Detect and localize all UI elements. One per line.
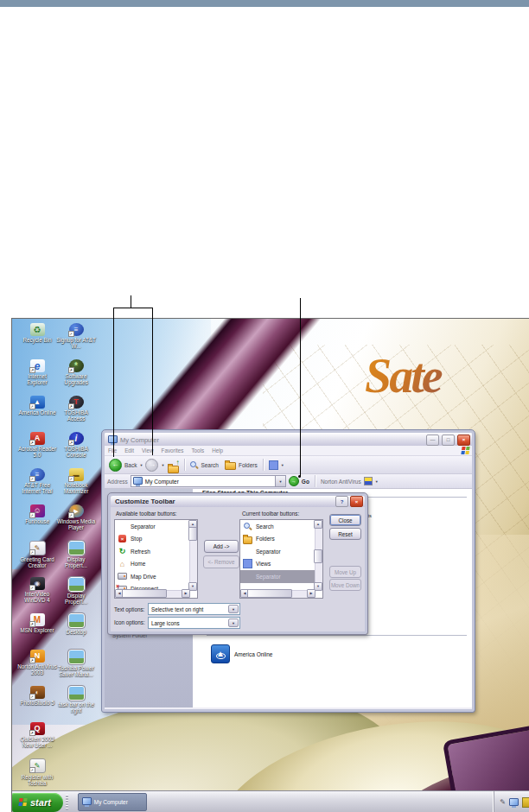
back-label[interactable]: Back <box>124 462 137 468</box>
taskbar-grip[interactable] <box>66 795 68 810</box>
acrobat-reader-5-0-icon: A↗ <box>30 432 45 445</box>
vertical-scrollbar[interactable]: ▲ ▼ <box>315 520 322 591</box>
menu-favorites[interactable]: Favorites <box>162 447 184 454</box>
minimize-button[interactable]: — <box>426 435 439 446</box>
add-button[interactable]: Add -> <box>204 540 239 553</box>
menu-help[interactable]: Help <box>212 447 223 454</box>
forward-button[interactable]: → <box>145 459 158 472</box>
desktop-icon-notebook-maximizer[interactable]: ▬↗Notebook Maximizer <box>56 468 96 495</box>
maximize-button[interactable]: □ <box>442 435 455 446</box>
reset-button[interactable]: Reset <box>329 528 361 540</box>
norton-dropdown-icon[interactable]: ▼ <box>375 479 379 484</box>
current-item-folders[interactable]: Folders <box>240 533 315 546</box>
desktop-icon-internet-explorer[interactable]: e↗Internet Explorer <box>17 359 57 386</box>
desktop-icon-windows-media-player[interactable]: ▶↗Windows Media Player <box>56 504 96 531</box>
go-icon[interactable]: → <box>289 476 299 486</box>
desktop-icon-toshiba-power-saver-mana[interactable]: Toshiba Power Saver Mana... <box>56 650 96 678</box>
remove-button[interactable]: <- Remove <box>203 555 239 568</box>
desktop-icon-toshiba-access[interactable]: T↗TOSHIBA Access <box>56 396 96 422</box>
back-button[interactable]: ← <box>109 459 122 472</box>
desktop-icon-norton-antivirus-2003[interactable]: N↗Norton AntiVirus 2003 <box>17 650 57 676</box>
window-title-bar[interactable]: My Computer — □ × <box>105 433 472 446</box>
taskbar-item-my-computer[interactable]: My Computer <box>78 793 147 811</box>
desktop-icon-at-t-free-internet-trial[interactable]: ≡↗AT&T Free Internet Trial <box>17 468 57 495</box>
desktop-icon-desktop[interactable]: Desktop <box>56 613 96 636</box>
scroll-thumb[interactable] <box>247 589 292 598</box>
close-button[interactable]: Close <box>329 514 361 526</box>
desktop-icon-greeting-card-creator[interactable]: ✎↗Greeting Card Creator <box>17 541 57 569</box>
available-item-stop[interactable]: ×Stop <box>115 533 190 546</box>
address-input[interactable]: My Computer ▼ <box>131 475 286 487</box>
desktop-icon-register-with-toshiba[interactable]: ✎↗Register with Toshiba <box>17 758 57 787</box>
norton-label[interactable]: Norton AntiVirus <box>321 479 361 485</box>
up-button[interactable]: ↑ <box>167 460 179 471</box>
dialog-title-bar[interactable]: Customize Toolbar ? × <box>111 496 365 507</box>
desktop-icon-toshiba-console[interactable]: i↗TOSHIBA Console <box>56 432 96 459</box>
move-down-button[interactable]: Move Down <box>329 579 361 591</box>
desktop-icon-intervideo-windvd-4[interactable]: ◉↗InterVideo WinDVD 4 <box>17 577 57 604</box>
current-item-separator[interactable]: Separator <box>240 545 315 558</box>
norton-antivirus-icon[interactable] <box>364 477 373 485</box>
available-buttons-list[interactable]: Separator×Stop↻Refresh⌂HomeMap DriveDisc… <box>114 519 198 599</box>
available-item-map-drive[interactable]: Map Drive <box>115 570 190 583</box>
available-item-home[interactable]: ⌂Home <box>115 558 190 571</box>
scroll-up-icon[interactable]: ▲ <box>314 520 322 529</box>
scroll-thumb[interactable] <box>314 549 322 563</box>
folders-icon[interactable] <box>225 462 236 470</box>
move-up-button[interactable]: Move Up <box>329 566 361 578</box>
go-label[interactable]: Go <box>302 479 309 485</box>
folders-label[interactable]: Folders <box>239 462 258 468</box>
desktop-icon-acrobat-reader-5-0[interactable]: A↗Acrobat Reader 5.0 <box>17 432 57 459</box>
help-button[interactable]: ? <box>335 496 348 507</box>
clipped-tray-icon[interactable] <box>522 797 529 808</box>
desktop-icon-signup-for-at-t-w[interactable]: ≡↗Signup for AT&T W... <box>56 323 96 350</box>
current-item-separator[interactable]: Separator <box>240 570 315 583</box>
icon-options-select[interactable]: Large icons ▼ <box>148 617 240 629</box>
scroll-thumb[interactable] <box>122 589 167 598</box>
shortcut-arrow-icon: ↗ <box>29 440 35 446</box>
desktop-icon-label: Windows Media Player <box>56 519 96 531</box>
desktop-icon-display-propert[interactable]: Display Propert... <box>56 577 96 606</box>
desktop-icon-quicken-2003-new-user[interactable]: Q↗Quicken 2003 New User ... <box>17 722 57 749</box>
vertical-scrollbar[interactable]: ▲ ▼ <box>189 520 197 591</box>
desktop-icon-photostudio-5[interactable]: ◐↗PhotoStudio 5 <box>17 686 57 707</box>
scroll-right-icon[interactable]: ▶ <box>307 589 315 598</box>
desktop-icon <box>68 613 85 628</box>
callout-line-forward-button <box>152 308 153 455</box>
desktop-icon-task-bar-on-the-right[interactable]: task bar on the right <box>56 686 96 714</box>
desktop-icon-software-upgrades[interactable]: *↗Software Upgrades <box>56 359 96 386</box>
address-dropdown-button[interactable]: ▼ <box>275 476 285 486</box>
display-tray-icon[interactable] <box>509 798 519 806</box>
chevron-down-icon[interactable]: ▼ <box>228 605 239 613</box>
chevron-down-icon[interactable]: ▼ <box>228 619 239 627</box>
scroll-right-icon[interactable]: ▶ <box>182 589 190 598</box>
funhouse-icon: ☺↗ <box>30 504 45 517</box>
america-online-item[interactable]: ▲ America Online <box>211 644 272 663</box>
desktop-icon-america-online[interactable]: ▲↗America Online <box>17 396 57 416</box>
views-icon[interactable] <box>269 460 278 470</box>
dialog-close-icon[interactable]: × <box>350 496 363 507</box>
available-item-refresh[interactable]: ↻Refresh <box>115 545 190 558</box>
views-dropdown-icon[interactable]: ▼ <box>281 463 284 467</box>
scroll-thumb[interactable] <box>188 527 197 541</box>
menu-edit[interactable]: Edit <box>124 447 134 454</box>
available-item-separator[interactable]: Separator <box>115 520 190 533</box>
desktop-icon-recycle-bin[interactable]: ♻Recycle Bin <box>17 323 57 344</box>
current-buttons-list[interactable]: SearchFoldersSeparatorViewsSeparator ▲ ▼… <box>239 519 323 599</box>
desktop-icon-msn-explorer[interactable]: M↗MSN Explorer <box>17 613 57 634</box>
back-dropdown-icon[interactable]: ▼ <box>139 463 143 467</box>
start-button[interactable]: start <box>12 793 63 812</box>
search-icon[interactable] <box>190 461 198 469</box>
horizontal-scrollbar[interactable]: ◀ ▶ <box>240 590 315 598</box>
text-options-select[interactable]: Selective text on right ▼ <box>148 603 240 615</box>
close-button[interactable]: × <box>457 435 470 446</box>
current-item-views[interactable]: Views <box>240 558 315 571</box>
desktop-icon-display-propert[interactable]: Display Propert... <box>56 541 96 569</box>
horizontal-scrollbar[interactable]: ◀ ▶ <box>115 590 190 598</box>
forward-dropdown-icon[interactable]: ▼ <box>161 463 164 467</box>
pen-tray-icon[interactable]: ✎ <box>500 798 506 806</box>
menu-tools[interactable]: Tools <box>191 447 204 454</box>
search-label[interactable]: Search <box>201 462 219 468</box>
desktop-icon-funhouse[interactable]: ☺↗Funhouse <box>17 504 57 525</box>
current-item-search[interactable]: Search <box>240 520 315 533</box>
